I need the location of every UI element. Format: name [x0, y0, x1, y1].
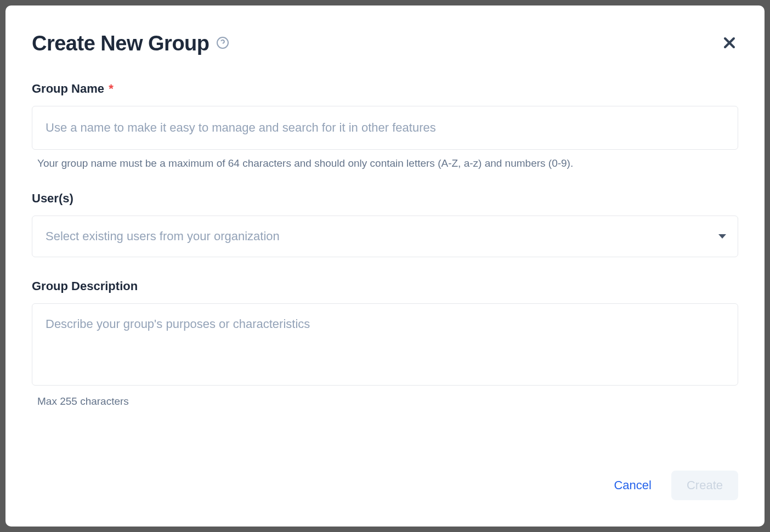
modal-title: Create New Group [32, 32, 210, 55]
cancel-button[interactable]: Cancel [609, 473, 655, 498]
group-name-input[interactable] [32, 106, 738, 150]
modal-footer: Cancel Create [32, 471, 738, 500]
create-button[interactable]: Create [671, 471, 738, 500]
users-select-placeholder: Select existing users from your organiza… [46, 229, 280, 244]
group-name-label: Group Name * [32, 82, 738, 96]
description-field-group: Group Description Max 255 characters [32, 279, 738, 408]
description-label: Group Description [32, 279, 738, 293]
users-select-wrapper: Select existing users from your organiza… [32, 216, 738, 257]
users-select[interactable]: Select existing users from your organiza… [32, 216, 738, 257]
description-helper: Max 255 characters [32, 395, 738, 408]
group-name-helper: Your group name must be a maximum of 64 … [32, 157, 738, 169]
create-group-modal: Create New Group Group Name * Your group… [5, 5, 765, 527]
users-field-group: User(s) Select existing users from your … [32, 191, 738, 257]
group-name-field-group: Group Name * Your group name must be a m… [32, 82, 738, 169]
help-icon[interactable] [216, 36, 229, 52]
description-textarea[interactable] [32, 303, 738, 386]
modal-title-wrap: Create New Group [32, 32, 229, 55]
modal-header: Create New Group [32, 32, 738, 55]
group-name-label-text: Group Name [32, 82, 104, 95]
required-asterisk: * [109, 82, 114, 95]
users-label: User(s) [32, 191, 738, 206]
close-icon[interactable] [721, 34, 738, 54]
